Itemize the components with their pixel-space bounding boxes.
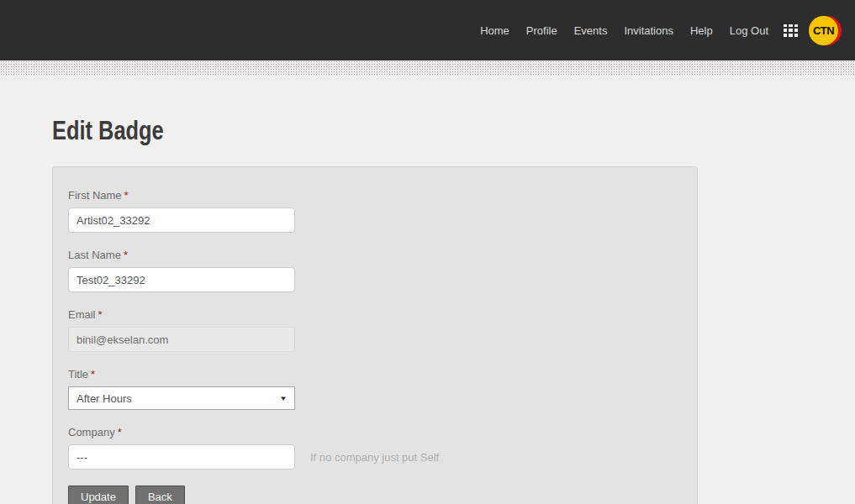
title-field-group: Title* After Hours ▼: [68, 368, 682, 410]
last-name-label-text: Last Name: [68, 249, 121, 261]
first-name-field-group: First Name*: [68, 189, 682, 233]
back-button[interactable]: Back: [135, 486, 185, 504]
apps-grid-icon[interactable]: [784, 24, 798, 37]
header-texture-band: [0, 60, 855, 76]
company-field-group: Company* If no company just put Self: [68, 426, 682, 470]
required-asterisk: *: [124, 249, 128, 261]
company-label-text: Company: [68, 426, 115, 438]
first-name-input[interactable]: [68, 207, 295, 233]
email-input: [68, 327, 295, 352]
update-button[interactable]: Update: [68, 486, 129, 504]
nav-events[interactable]: Events: [566, 19, 616, 42]
required-asterisk: *: [98, 308, 103, 321]
ctn-logo[interactable]: CTN: [809, 15, 842, 46]
company-hint-text: If no company just put Self: [310, 451, 439, 464]
email-field-group: Email*: [68, 308, 682, 352]
email-label: Email*: [68, 308, 682, 321]
logo-text: CTN: [813, 24, 834, 37]
form-actions: Update Back: [68, 486, 682, 504]
top-navbar: Home Profile Events Invitations Help Log…: [0, 0, 855, 60]
first-name-label-text: First Name: [68, 189, 122, 202]
nav-logout[interactable]: Log Out: [721, 19, 777, 42]
company-row: If no company just put Self: [68, 444, 682, 470]
last-name-field-group: Last Name*: [68, 249, 682, 292]
edit-badge-form-panel: First Name* Last Name* Email* Title* Aft…: [52, 166, 698, 504]
last-name-label: Last Name*: [68, 249, 682, 261]
title-select-wrap: After Hours ▼: [68, 386, 295, 410]
required-asterisk: *: [118, 426, 122, 438]
title-label-text: Title: [68, 368, 88, 381]
nav-profile[interactable]: Profile: [518, 19, 566, 42]
company-input[interactable]: [68, 444, 295, 470]
first-name-label: First Name*: [68, 189, 682, 202]
logo-yellow-shape: CTN: [809, 16, 838, 45]
main-nav: Home Profile Events Invitations Help Log…: [472, 19, 777, 42]
nav-home[interactable]: Home: [472, 19, 518, 42]
nav-help[interactable]: Help: [682, 19, 721, 42]
title-select[interactable]: After Hours: [68, 386, 295, 410]
title-label: Title*: [68, 368, 682, 381]
page-content: Edit Badge First Name* Last Name* Email*…: [0, 116, 855, 504]
page-title: Edit Badge: [52, 116, 710, 146]
required-asterisk: *: [124, 189, 129, 202]
email-label-text: Email: [68, 308, 96, 321]
last-name-input[interactable]: [68, 267, 295, 292]
required-asterisk: *: [91, 368, 95, 381]
nav-invitations[interactable]: Invitations: [615, 19, 682, 42]
company-label: Company*: [68, 426, 682, 438]
